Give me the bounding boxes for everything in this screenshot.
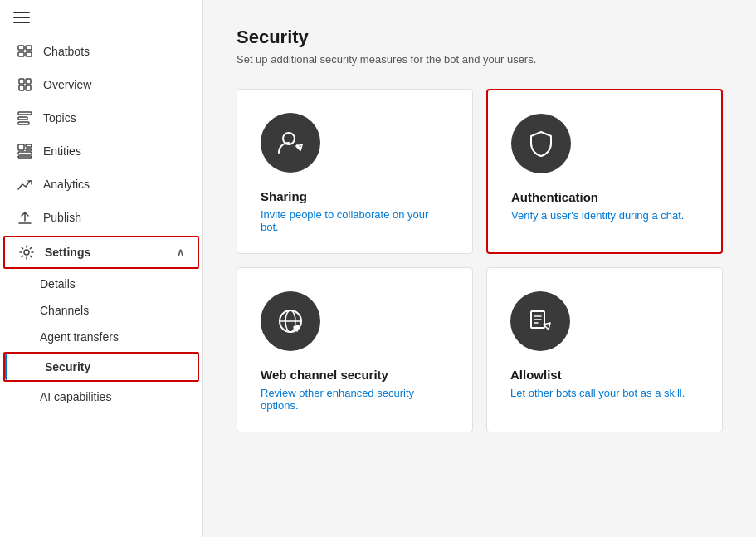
sidebar-subitem-details[interactable]: Details	[0, 271, 202, 297]
svg-rect-13	[26, 149, 32, 150]
shield-icon	[526, 129, 556, 159]
allowlist-card[interactable]: Allowlist Let other bots call your bot a…	[486, 267, 723, 432]
hamburger-menu[interactable]	[0, 0, 202, 35]
authentication-desc: Verify a user's identity during a chat.	[511, 209, 698, 222]
sharing-icon-circle	[261, 113, 320, 173]
chatbots-label: Chatbots	[43, 45, 90, 58]
web-channel-security-icon-circle	[261, 291, 320, 351]
svg-rect-7	[26, 85, 31, 90]
web-channel-security-desc: Review other enhanced security options.	[261, 387, 449, 412]
svg-rect-12	[26, 144, 32, 147]
sharing-title: Sharing	[261, 189, 449, 203]
sidebar-subitem-ai-capabilities[interactable]: AI capabilities	[0, 383, 202, 410]
topics-icon	[17, 110, 33, 126]
sidebar-subitem-channels[interactable]: Channels	[0, 297, 202, 324]
publish-label: Publish	[43, 211, 81, 224]
svg-rect-14	[18, 152, 32, 154]
analytics-label: Analytics	[43, 178, 90, 191]
allowlist-icon-circle	[510, 291, 570, 351]
overview-icon	[17, 76, 33, 93]
topics-label: Topics	[43, 111, 76, 124]
svg-rect-3	[26, 52, 32, 56]
svg-point-18	[24, 250, 29, 255]
authentication-title: Authentication	[511, 190, 698, 204]
entities-icon	[17, 143, 33, 159]
settings-chevron-icon: ∧	[177, 247, 184, 258]
sidebar-item-entities[interactable]: Entities	[0, 134, 202, 168]
page-title: Security	[237, 27, 723, 48]
sidebar-item-topics[interactable]: Topics	[0, 101, 202, 134]
list-shield-icon	[525, 306, 555, 336]
svg-rect-0	[18, 46, 24, 50]
entities-label: Entities	[43, 144, 81, 158]
sidebar-subitem-security[interactable]: Security	[5, 354, 198, 380]
sidebar-navigation: Chatbots Overview Topics	[0, 35, 202, 537]
svg-rect-2	[18, 52, 24, 56]
sidebar-item-analytics[interactable]: Analytics	[0, 168, 202, 201]
allowlist-title: Allowlist	[510, 368, 699, 382]
overview-label: Overview	[43, 78, 91, 91]
hamburger-icon	[13, 12, 30, 23]
svg-rect-15	[18, 156, 32, 158]
details-label: Details	[40, 277, 76, 290]
svg-rect-10	[18, 122, 29, 124]
cards-grid: Sharing Invite people to collaborate on …	[237, 89, 723, 432]
sidebar: Chatbots Overview Topics	[0, 0, 203, 537]
svg-rect-6	[19, 85, 24, 90]
sidebar-item-chatbots[interactable]: Chatbots	[0, 35, 202, 68]
web-channel-security-card[interactable]: Web channel security Review other enhanc…	[237, 267, 473, 432]
sidebar-subitem-security-container: Security	[3, 352, 199, 382]
globe-shield-icon	[276, 306, 305, 336]
authentication-icon-circle	[511, 114, 571, 173]
svg-rect-4	[19, 79, 24, 84]
svg-rect-5	[26, 79, 31, 84]
svg-rect-8	[18, 112, 32, 115]
settings-label: Settings	[45, 246, 90, 259]
sidebar-item-overview[interactable]: Overview	[0, 68, 202, 101]
security-sub-label: Security	[45, 360, 90, 373]
ai-capabilities-label: AI capabilities	[40, 390, 111, 403]
main-content: Security Set up additional security meas…	[203, 0, 756, 537]
svg-rect-1	[26, 46, 32, 50]
svg-rect-11	[18, 144, 24, 150]
channels-label: Channels	[40, 304, 89, 317]
sharing-desc: Invite people to collaborate on your bot…	[261, 208, 449, 233]
publish-icon	[17, 209, 33, 226]
page-subtitle: Set up additional security measures for …	[237, 53, 723, 66]
settings-icon	[18, 244, 35, 261]
sidebar-subitem-agent-transfers[interactable]: Agent transfers	[0, 324, 202, 350]
chatbots-icon	[17, 43, 33, 60]
authentication-card[interactable]: Authentication Verify a user's identity …	[486, 89, 723, 254]
analytics-icon	[17, 176, 33, 193]
sidebar-item-settings[interactable]: Settings ∧	[3, 236, 199, 269]
user-edit-icon	[276, 128, 305, 158]
sidebar-item-publish[interactable]: Publish	[0, 201, 202, 234]
allowlist-desc: Let other bots call your bot as a skill.	[510, 387, 699, 399]
security-active-bar	[5, 354, 7, 380]
svg-rect-9	[18, 117, 27, 120]
agent-transfers-label: Agent transfers	[40, 330, 119, 344]
web-channel-security-title: Web channel security	[261, 368, 449, 382]
sharing-card[interactable]: Sharing Invite people to collaborate on …	[237, 89, 473, 254]
